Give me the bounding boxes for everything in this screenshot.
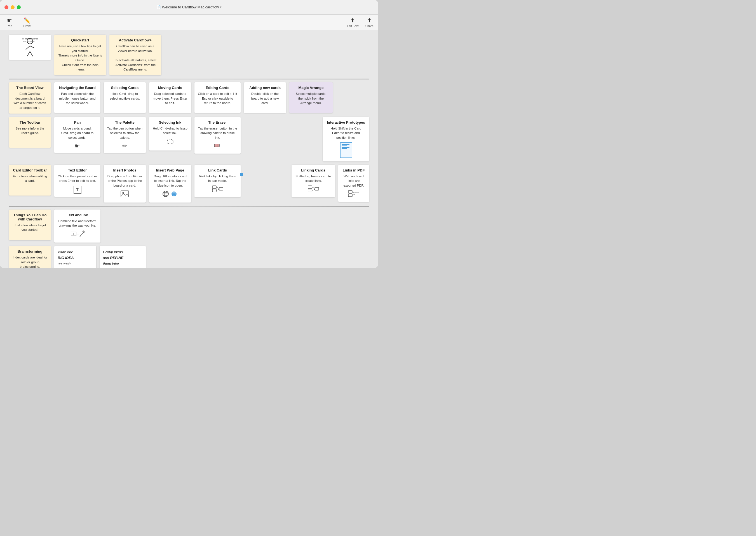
selecting-cards-title: Selecting Cards xyxy=(107,85,142,90)
edit-text-button[interactable]: ⬆ Edit Text xyxy=(347,17,359,28)
insert-web-title: Insert Web Page xyxy=(153,168,188,172)
text-editor-title: Text Editor xyxy=(58,168,97,172)
svg-rect-12 xyxy=(121,191,129,197)
palette-card[interactable]: The Palette Tap the pen button when sele… xyxy=(104,117,146,153)
activate-title: Activate Cardflow+ xyxy=(113,38,158,42)
things-title: Things You Can Do with Cardflow xyxy=(12,213,48,221)
text-ink-title: Text and Ink xyxy=(58,213,97,217)
links-pdf-card[interactable]: Links in PDF Web and card links are expo… xyxy=(338,165,369,202)
insert-photos-card[interactable]: Insert Photos Drag photos from Finder or… xyxy=(104,165,146,203)
navigating-card[interactable]: Navigating the Board Pan and zoom with t… xyxy=(54,82,100,113)
canvas[interactable]: Hi and welcome to Cardflow! Quickstart H… xyxy=(0,30,378,268)
traffic-lights xyxy=(5,5,21,9)
brainstorm-body: Index cards are ideal for solo or group … xyxy=(12,255,48,268)
welcome-card[interactable]: Hi and welcome to Cardflow! xyxy=(9,35,51,60)
app-window: 📄 Welcome to Cardflow Mac.cardflow ▾ ☛ P… xyxy=(0,0,378,268)
brainstorm-text-2: Group ideas and REFINE them later xyxy=(103,249,142,267)
svg-line-3 xyxy=(30,46,34,48)
editing-cards-card[interactable]: Editing Cards Click on a card to edit it… xyxy=(194,82,241,113)
section-divider-1 xyxy=(9,79,369,80)
lasso-icon xyxy=(153,138,188,147)
insert-photos-title: Insert Photos xyxy=(107,168,142,172)
svg-line-4 xyxy=(27,51,30,56)
toolbar-card-title: The Toolbar xyxy=(12,120,48,124)
quickstart-title: Quickstart xyxy=(58,38,103,42)
board-view-card[interactable]: The Board View Each Cardflow document is… xyxy=(9,82,51,114)
interactive-prototypes-body: Hold Shift in the Card Editor to resize … xyxy=(326,126,366,140)
navigating-body: Pan and zoom with the middle mouse-butto… xyxy=(58,91,97,106)
brainstorm-row: Brainstorming Index cards are ideal for … xyxy=(9,246,369,268)
navigating-title: Navigating the Board xyxy=(58,85,97,90)
brainstorm-card-2[interactable]: Group ideas and REFINE them later xyxy=(100,246,146,268)
svg-point-8 xyxy=(167,139,173,144)
welcome-illustration: Hi and welcome to Cardflow! xyxy=(19,36,41,58)
pan-tool-button[interactable]: ☛ Pan xyxy=(5,16,15,29)
share-button[interactable]: ⬆ Share xyxy=(365,17,373,28)
draw-icon: ✏️ xyxy=(23,17,30,24)
link-cards-body: Visit links by clicking them in pan mode… xyxy=(198,174,237,183)
pan-icon: ☛ xyxy=(7,17,12,24)
svg-rect-33 xyxy=(315,187,319,190)
moving-cards-body: Drag selected cards to move them. Press … xyxy=(153,91,188,106)
canvas-scroll[interactable]: Hi and welcome to Cardflow! Quickstart H… xyxy=(0,30,378,268)
text-ink-card[interactable]: Text and Ink Combine text and freeform d… xyxy=(54,210,100,243)
toolbar: ☛ Pan ✏️ Draw ⬆ Edit Text ⬆ Share xyxy=(0,15,378,30)
quickstart-card[interactable]: Quickstart Here are just a few tips to g… xyxy=(54,35,106,75)
linking-cards-card[interactable]: Linking Cards Shift+drag from a card to … xyxy=(292,165,335,197)
selecting-ink-card[interactable]: Selecting Ink Hold Cmd+drag to lasso sel… xyxy=(149,117,191,151)
eraser-body: Tap the eraser button in the drawing pal… xyxy=(198,126,237,140)
section-divider-2 xyxy=(9,206,369,207)
proto-icon xyxy=(326,142,366,158)
board-view-body: Each Cardflow document is a board with a… xyxy=(12,91,48,110)
svg-rect-9 xyxy=(214,144,219,147)
selecting-cards-body: Hold Cmd+drag to select multiple cards. xyxy=(107,91,142,101)
pan-card[interactable]: Pan Move cards around. Cmd+drag on board… xyxy=(54,117,100,153)
edit-text-icon: ⬆ xyxy=(350,17,355,24)
moving-cards-title: Moving Cards xyxy=(153,85,188,90)
linking-cards-title: Linking Cards xyxy=(295,168,331,172)
text-ink-icon: T + xyxy=(58,230,97,239)
selecting-cards-card[interactable]: Selecting Cards Hold Cmd+drag to select … xyxy=(104,82,146,113)
things-row: Things You Can Do with Cardflow Just a f… xyxy=(9,210,369,243)
svg-rect-31 xyxy=(308,186,312,188)
pan-card-icon: ☛ xyxy=(58,142,97,150)
link-cards-card[interactable]: Link Cards Visit links by clicking them … xyxy=(194,165,241,197)
interactive-prototypes-card[interactable]: Interactive Prototypes Hold Shift in the… xyxy=(323,117,369,161)
features-row-3: Card Editor Toolbar Extra tools when edi… xyxy=(9,165,369,203)
eraser-card[interactable]: The Eraser Tap the eraser button in the … xyxy=(194,117,241,153)
svg-text:to Cardflow!: to Cardflow! xyxy=(23,40,35,43)
brainstorm-card-1[interactable]: Write one BIG IDEA on each xyxy=(54,246,96,268)
adding-cards-body: Double-click on the board to add a new c… xyxy=(247,91,283,106)
svg-text:T: T xyxy=(72,232,74,236)
svg-line-2 xyxy=(26,46,30,50)
linking-cards-body: Shift+drag from a card to create links. xyxy=(295,174,331,183)
eraser-title: The Eraser xyxy=(198,120,237,124)
activate-card[interactable]: Activate Cardflow+ Cardflow can be used … xyxy=(109,35,161,75)
minimize-button[interactable] xyxy=(11,5,15,9)
draw-tool-button[interactable]: ✏️ Draw xyxy=(21,16,33,29)
toolbar-card-body: See more info in the user's guide. xyxy=(12,126,48,135)
proto-card-image xyxy=(340,142,352,158)
share-label: Share xyxy=(365,24,373,28)
card-editor-toolbar-card[interactable]: Card Editor Toolbar Extra tools when edi… xyxy=(9,165,51,195)
brainstorm-card[interactable]: Brainstorming Index cards are ideal for … xyxy=(9,246,51,268)
svg-rect-24 xyxy=(212,186,216,188)
features-row-1: The Board View Each Cardflow document is… xyxy=(9,82,369,114)
insert-web-card[interactable]: Insert Web Page Drag URLs onto a card to… xyxy=(149,165,191,203)
svg-line-34 xyxy=(312,187,315,188)
window-title: Welcome to Cardflow Mac.cardflow xyxy=(162,5,219,9)
editing-cards-body: Click on a card to edit it. Hit Esc or c… xyxy=(198,91,237,106)
text-editor-card[interactable]: Text Editor Click on the opened card or … xyxy=(54,165,100,197)
svg-rect-25 xyxy=(212,189,216,192)
proto-line-1 xyxy=(342,144,350,145)
svg-rect-26 xyxy=(219,187,223,190)
svg-text:+: + xyxy=(77,232,79,236)
moving-cards-card[interactable]: Moving Cards Drag selected cards to move… xyxy=(149,82,191,113)
toolbar-card[interactable]: The Toolbar See more info in the user's … xyxy=(9,117,51,148)
things-card[interactable]: Things You Can Do with Cardflow Just a f… xyxy=(9,210,51,240)
close-button[interactable] xyxy=(5,5,8,9)
magic-arrange-card[interactable]: Magic Arrange Select multiple cards, the… xyxy=(289,82,333,113)
adding-cards-card[interactable]: Adding new cards Double-click on the boa… xyxy=(244,82,286,113)
maximize-button[interactable] xyxy=(17,5,21,9)
brainstorm-text-1: Write one BIG IDEA on each xyxy=(58,249,93,267)
